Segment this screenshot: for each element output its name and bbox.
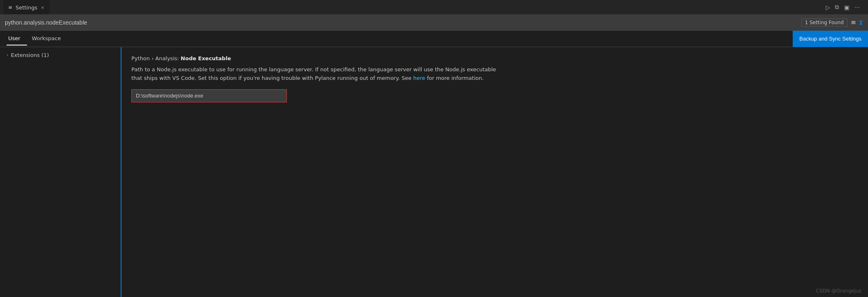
clear-filter-icon[interactable]: ≡ — [851, 18, 856, 26]
setting-title: Python › Analysis: Node Executable — [131, 55, 858, 61]
setting-title-bold: Node Executable — [181, 55, 231, 61]
setting-description: Path to a Node.js executable to use for … — [131, 66, 582, 83]
settings-tab-label: Settings — [16, 5, 37, 11]
node-executable-input[interactable] — [131, 89, 287, 102]
search-bar: 1 Setting Found ≡ ⧗ — [0, 14, 868, 31]
run-icon[interactable]: ▷ — [826, 4, 830, 11]
tab-workspace[interactable]: Workspace — [30, 32, 68, 45]
sidebar-item-label: Extensions (1) — [11, 52, 49, 58]
sidebar-item-extensions[interactable]: › Extensions (1) — [0, 50, 120, 60]
sidebar: › Extensions (1) — [0, 47, 121, 297]
more-actions-icon[interactable]: ··· — [854, 4, 860, 11]
toolbar-icons: ▷ ⧉ ▣ ··· — [826, 4, 865, 11]
settings-tab[interactable]: ≡ Settings × — [3, 0, 50, 14]
tab-user[interactable]: User — [7, 32, 27, 45]
layout-icon[interactable]: ▣ — [844, 4, 849, 11]
filter-icons: ≡ ⧗ — [851, 18, 863, 26]
chevron-right-icon: › — [7, 52, 8, 58]
watermark: CSDN @Orangejuz — [816, 288, 861, 294]
settings-found-badge: 1 Setting Found — [801, 18, 848, 27]
input-wrapper — [131, 89, 287, 102]
description-part2: that ships with VS Code. Set this option… — [131, 75, 413, 81]
backup-sync-button[interactable]: Backup and Sync Settings — [793, 31, 868, 47]
setting-breadcrumb: Python › Analysis: — [131, 55, 179, 61]
main-content: › Extensions (1) Python › Analysis: Node… — [0, 47, 868, 297]
search-input[interactable] — [5, 19, 801, 26]
description-part3: for more information. — [425, 75, 484, 81]
tabs-row: User Workspace Backup and Sync Settings — [0, 31, 868, 47]
split-editor-icon[interactable]: ⧉ — [835, 4, 839, 11]
close-tab-icon[interactable]: × — [41, 5, 44, 10]
content-inner: Python › Analysis: Node Executable Path … — [122, 47, 868, 111]
description-part1: Path to a Node.js executable to use for … — [131, 66, 496, 73]
search-results-area: 1 Setting Found ≡ ⧗ — [801, 18, 863, 27]
settings-tab-icon: ≡ — [8, 5, 12, 10]
content-area: Python › Analysis: Node Executable Path … — [121, 47, 868, 297]
tab-bar: ≡ Settings × ▷ ⧉ ▣ ··· — [0, 0, 868, 14]
filter-icon[interactable]: ⧗ — [859, 18, 863, 26]
description-link[interactable]: here — [413, 75, 425, 81]
